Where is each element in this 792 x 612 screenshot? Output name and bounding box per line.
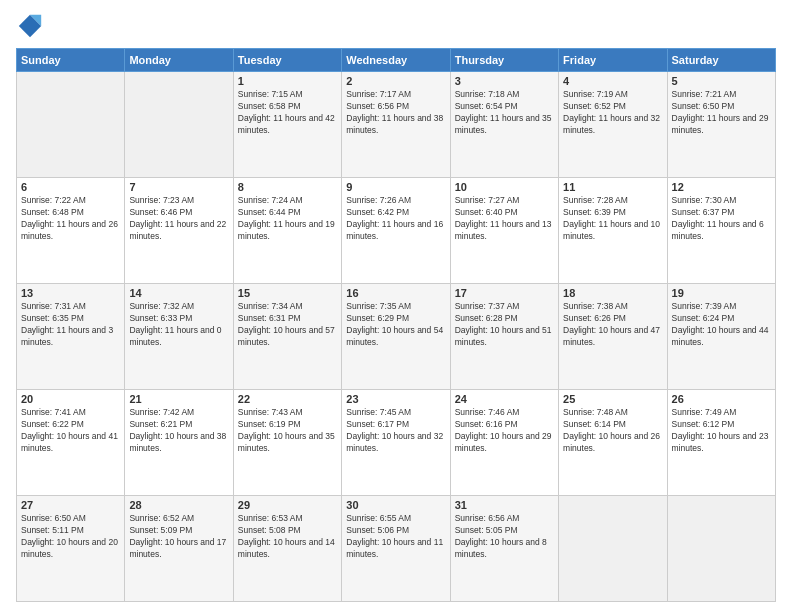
calendar-week-5: 27Sunrise: 6:50 AM Sunset: 5:11 PM Dayli… xyxy=(17,496,776,602)
day-info: Sunrise: 6:52 AM Sunset: 5:09 PM Dayligh… xyxy=(129,513,228,561)
calendar-header-row: SundayMondayTuesdayWednesdayThursdayFrid… xyxy=(17,49,776,72)
day-info: Sunrise: 7:32 AM Sunset: 6:33 PM Dayligh… xyxy=(129,301,228,349)
logo xyxy=(16,12,48,40)
calendar-cell: 11Sunrise: 7:28 AM Sunset: 6:39 PM Dayli… xyxy=(559,178,667,284)
day-number: 3 xyxy=(455,75,554,87)
calendar-cell: 7Sunrise: 7:23 AM Sunset: 6:46 PM Daylig… xyxy=(125,178,233,284)
calendar-cell: 20Sunrise: 7:41 AM Sunset: 6:22 PM Dayli… xyxy=(17,390,125,496)
day-number: 24 xyxy=(455,393,554,405)
day-number: 2 xyxy=(346,75,445,87)
day-number: 31 xyxy=(455,499,554,511)
day-info: Sunrise: 7:30 AM Sunset: 6:37 PM Dayligh… xyxy=(672,195,771,243)
calendar-cell: 22Sunrise: 7:43 AM Sunset: 6:19 PM Dayli… xyxy=(233,390,341,496)
day-number: 8 xyxy=(238,181,337,193)
day-number: 17 xyxy=(455,287,554,299)
calendar-cell: 5Sunrise: 7:21 AM Sunset: 6:50 PM Daylig… xyxy=(667,72,775,178)
day-info: Sunrise: 7:39 AM Sunset: 6:24 PM Dayligh… xyxy=(672,301,771,349)
day-info: Sunrise: 7:41 AM Sunset: 6:22 PM Dayligh… xyxy=(21,407,120,455)
day-number: 23 xyxy=(346,393,445,405)
day-header-thursday: Thursday xyxy=(450,49,558,72)
calendar-cell: 19Sunrise: 7:39 AM Sunset: 6:24 PM Dayli… xyxy=(667,284,775,390)
day-number: 14 xyxy=(129,287,228,299)
calendar-cell: 27Sunrise: 6:50 AM Sunset: 5:11 PM Dayli… xyxy=(17,496,125,602)
day-info: Sunrise: 7:27 AM Sunset: 6:40 PM Dayligh… xyxy=(455,195,554,243)
day-info: Sunrise: 6:53 AM Sunset: 5:08 PM Dayligh… xyxy=(238,513,337,561)
calendar-week-1: 1Sunrise: 7:15 AM Sunset: 6:58 PM Daylig… xyxy=(17,72,776,178)
day-number: 29 xyxy=(238,499,337,511)
day-info: Sunrise: 7:45 AM Sunset: 6:17 PM Dayligh… xyxy=(346,407,445,455)
day-number: 30 xyxy=(346,499,445,511)
day-number: 26 xyxy=(672,393,771,405)
calendar-cell: 31Sunrise: 6:56 AM Sunset: 5:05 PM Dayli… xyxy=(450,496,558,602)
day-header-wednesday: Wednesday xyxy=(342,49,450,72)
day-info: Sunrise: 7:43 AM Sunset: 6:19 PM Dayligh… xyxy=(238,407,337,455)
day-header-sunday: Sunday xyxy=(17,49,125,72)
calendar-cell xyxy=(667,496,775,602)
day-info: Sunrise: 7:48 AM Sunset: 6:14 PM Dayligh… xyxy=(563,407,662,455)
day-number: 13 xyxy=(21,287,120,299)
day-info: Sunrise: 7:23 AM Sunset: 6:46 PM Dayligh… xyxy=(129,195,228,243)
day-info: Sunrise: 7:49 AM Sunset: 6:12 PM Dayligh… xyxy=(672,407,771,455)
day-info: Sunrise: 6:55 AM Sunset: 5:06 PM Dayligh… xyxy=(346,513,445,561)
day-number: 19 xyxy=(672,287,771,299)
calendar-cell: 26Sunrise: 7:49 AM Sunset: 6:12 PM Dayli… xyxy=(667,390,775,496)
calendar-week-2: 6Sunrise: 7:22 AM Sunset: 6:48 PM Daylig… xyxy=(17,178,776,284)
generalblue-logo-icon xyxy=(16,12,44,40)
day-info: Sunrise: 7:21 AM Sunset: 6:50 PM Dayligh… xyxy=(672,89,771,137)
day-number: 1 xyxy=(238,75,337,87)
calendar-cell: 8Sunrise: 7:24 AM Sunset: 6:44 PM Daylig… xyxy=(233,178,341,284)
calendar-cell xyxy=(125,72,233,178)
calendar-week-3: 13Sunrise: 7:31 AM Sunset: 6:35 PM Dayli… xyxy=(17,284,776,390)
day-header-friday: Friday xyxy=(559,49,667,72)
day-info: Sunrise: 7:34 AM Sunset: 6:31 PM Dayligh… xyxy=(238,301,337,349)
day-number: 20 xyxy=(21,393,120,405)
day-info: Sunrise: 7:38 AM Sunset: 6:26 PM Dayligh… xyxy=(563,301,662,349)
calendar-cell: 3Sunrise: 7:18 AM Sunset: 6:54 PM Daylig… xyxy=(450,72,558,178)
calendar-cell: 6Sunrise: 7:22 AM Sunset: 6:48 PM Daylig… xyxy=(17,178,125,284)
calendar-cell: 28Sunrise: 6:52 AM Sunset: 5:09 PM Dayli… xyxy=(125,496,233,602)
calendar-cell: 13Sunrise: 7:31 AM Sunset: 6:35 PM Dayli… xyxy=(17,284,125,390)
calendar-week-4: 20Sunrise: 7:41 AM Sunset: 6:22 PM Dayli… xyxy=(17,390,776,496)
calendar-cell: 4Sunrise: 7:19 AM Sunset: 6:52 PM Daylig… xyxy=(559,72,667,178)
day-number: 5 xyxy=(672,75,771,87)
day-header-saturday: Saturday xyxy=(667,49,775,72)
day-info: Sunrise: 7:28 AM Sunset: 6:39 PM Dayligh… xyxy=(563,195,662,243)
day-info: Sunrise: 6:50 AM Sunset: 5:11 PM Dayligh… xyxy=(21,513,120,561)
day-info: Sunrise: 7:35 AM Sunset: 6:29 PM Dayligh… xyxy=(346,301,445,349)
calendar-cell xyxy=(559,496,667,602)
day-header-tuesday: Tuesday xyxy=(233,49,341,72)
day-number: 27 xyxy=(21,499,120,511)
day-number: 15 xyxy=(238,287,337,299)
calendar-cell: 30Sunrise: 6:55 AM Sunset: 5:06 PM Dayli… xyxy=(342,496,450,602)
header xyxy=(16,12,776,40)
day-number: 4 xyxy=(563,75,662,87)
calendar-cell: 9Sunrise: 7:26 AM Sunset: 6:42 PM Daylig… xyxy=(342,178,450,284)
day-info: Sunrise: 7:17 AM Sunset: 6:56 PM Dayligh… xyxy=(346,89,445,137)
calendar-cell: 1Sunrise: 7:15 AM Sunset: 6:58 PM Daylig… xyxy=(233,72,341,178)
day-info: Sunrise: 7:26 AM Sunset: 6:42 PM Dayligh… xyxy=(346,195,445,243)
calendar-cell: 24Sunrise: 7:46 AM Sunset: 6:16 PM Dayli… xyxy=(450,390,558,496)
calendar-cell: 18Sunrise: 7:38 AM Sunset: 6:26 PM Dayli… xyxy=(559,284,667,390)
calendar-cell: 10Sunrise: 7:27 AM Sunset: 6:40 PM Dayli… xyxy=(450,178,558,284)
calendar-cell: 25Sunrise: 7:48 AM Sunset: 6:14 PM Dayli… xyxy=(559,390,667,496)
day-header-monday: Monday xyxy=(125,49,233,72)
day-number: 18 xyxy=(563,287,662,299)
calendar-cell: 2Sunrise: 7:17 AM Sunset: 6:56 PM Daylig… xyxy=(342,72,450,178)
calendar-cell: 14Sunrise: 7:32 AM Sunset: 6:33 PM Dayli… xyxy=(125,284,233,390)
day-number: 16 xyxy=(346,287,445,299)
day-info: Sunrise: 7:37 AM Sunset: 6:28 PM Dayligh… xyxy=(455,301,554,349)
calendar-cell: 16Sunrise: 7:35 AM Sunset: 6:29 PM Dayli… xyxy=(342,284,450,390)
day-number: 21 xyxy=(129,393,228,405)
day-info: Sunrise: 7:15 AM Sunset: 6:58 PM Dayligh… xyxy=(238,89,337,137)
day-info: Sunrise: 6:56 AM Sunset: 5:05 PM Dayligh… xyxy=(455,513,554,561)
day-info: Sunrise: 7:22 AM Sunset: 6:48 PM Dayligh… xyxy=(21,195,120,243)
day-number: 6 xyxy=(21,181,120,193)
day-info: Sunrise: 7:42 AM Sunset: 6:21 PM Dayligh… xyxy=(129,407,228,455)
day-number: 28 xyxy=(129,499,228,511)
calendar-cell: 29Sunrise: 6:53 AM Sunset: 5:08 PM Dayli… xyxy=(233,496,341,602)
day-info: Sunrise: 7:24 AM Sunset: 6:44 PM Dayligh… xyxy=(238,195,337,243)
day-number: 12 xyxy=(672,181,771,193)
calendar-cell: 23Sunrise: 7:45 AM Sunset: 6:17 PM Dayli… xyxy=(342,390,450,496)
day-info: Sunrise: 7:18 AM Sunset: 6:54 PM Dayligh… xyxy=(455,89,554,137)
day-info: Sunrise: 7:19 AM Sunset: 6:52 PM Dayligh… xyxy=(563,89,662,137)
